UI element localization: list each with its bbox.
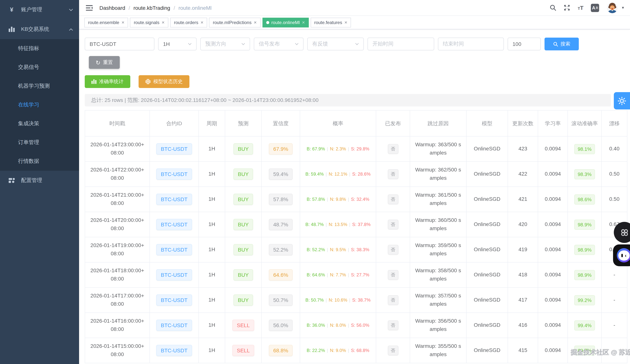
avatar[interactable]	[607, 2, 618, 13]
probability-pb: B: 67.9%	[307, 146, 325, 152]
sidebar-item-交易信号[interactable]: 交易信号	[0, 58, 79, 77]
tab-route.features[interactable]: route.features×	[310, 17, 351, 27]
sidebar-item-行情数据[interactable]: 行情数据	[0, 152, 79, 171]
timestamp-text: 2026-01-14T17:00:00+ 08:00	[89, 292, 146, 308]
cell-learning-rate: 0.0094	[538, 237, 568, 262]
cell-model: OnlineSGD	[466, 136, 508, 162]
close-icon[interactable]: ×	[344, 20, 347, 25]
cell-probabilities: B: 64.6%|N: 7.7%|S: 27.7%	[300, 262, 376, 287]
chevron-down-icon	[353, 43, 359, 45]
skip-reason-text: Warmup: 358/500 samples	[415, 267, 462, 283]
tab-route.ensemble[interactable]: route.ensemble×	[84, 17, 128, 27]
probability-pb: B: 52.2%	[307, 247, 325, 252]
cell-updates: 415	[508, 338, 538, 363]
cell-contract: BTC-USDT	[150, 136, 199, 162]
cell-timestamp: 2026-01-14T16:00:00+ 08:00	[85, 313, 150, 338]
probability-pb: B: 50.7%	[306, 297, 324, 303]
grid-icon	[8, 178, 16, 183]
text-size-icon[interactable]: TT	[578, 4, 584, 11]
breadcrumb-item-current: route.onlineMl	[178, 5, 212, 11]
close-icon[interactable]: ×	[162, 20, 164, 25]
timestamp-text: 2026-01-14T22:00:00+ 08:00	[89, 166, 146, 182]
sidebar-item-机器学习预测[interactable]: 机器学习预测	[0, 77, 79, 96]
cell-confidence: 57.8%	[262, 187, 300, 212]
cell-skip-reason: Warmup: 361/500 samples	[410, 187, 466, 212]
sidebar-group-1[interactable]: KB交易系统	[0, 19, 79, 39]
sidebar-group-2[interactable]: 配置管理	[0, 171, 79, 190]
cell-updates: 416	[508, 313, 538, 338]
symbol-input[interactable]: BTC-USDT	[85, 38, 154, 50]
settings-gear-button[interactable]	[614, 92, 630, 109]
sidebar-item-集成决策[interactable]: 集成决策	[0, 114, 79, 133]
cell-period: 1H	[199, 237, 225, 262]
rolling-accuracy-badge: 98.9%	[574, 219, 595, 230]
filter-row: BTC-USDT 1H 预测方向 信号发布 有反馈 开始时间 结束时间 100 …	[85, 38, 630, 50]
accuracy-stats-button[interactable]: 准确率统计	[85, 75, 130, 88]
tab-route.orders[interactable]: route.orders×	[170, 17, 207, 27]
period-select[interactable]: 1H	[158, 38, 196, 50]
cell-timestamp: 2026-01-14T23:00:00+ 08:00	[85, 136, 150, 162]
tab-route.onlineMl[interactable]: route.onlineMl×	[262, 17, 308, 27]
signal-select[interactable]: 信号发布	[254, 38, 304, 50]
close-icon[interactable]: ×	[254, 20, 257, 25]
cell-updates: 422	[508, 162, 538, 187]
cell-published: 否	[376, 313, 410, 338]
tab-route.signals[interactable]: route.signals×	[130, 17, 168, 27]
skip-reason-text: Warmup: 359/500 samples	[415, 242, 462, 258]
cell-model: OnlineSGD	[466, 287, 508, 313]
navbar-right: TT A文 ▾	[550, 2, 624, 13]
probability-pb: B: 22.2%	[307, 348, 325, 353]
close-icon[interactable]: ×	[122, 20, 124, 25]
confidence-badge: 68.8%	[269, 345, 292, 356]
hamburger-icon[interactable]	[84, 3, 94, 12]
search-icon[interactable]	[550, 4, 556, 11]
cell-skip-reason: Warmup: 355/500 samples	[410, 338, 466, 363]
limit-input[interactable]: 100	[508, 38, 541, 50]
contract-badge: BTC-USDT	[156, 143, 192, 155]
summary-bar: 总计: 25 rows | 范围: 2026-01-14T02:00:02.11…	[85, 94, 611, 106]
cell-model: OnlineSGD	[466, 187, 508, 212]
feedback-select[interactable]: 有反馈	[307, 38, 364, 50]
dropdown-caret-icon[interactable]: ▾	[622, 5, 624, 10]
cell-period: 1H	[199, 136, 225, 162]
close-icon[interactable]: ×	[302, 20, 305, 25]
cell-model: OnlineSGD	[466, 162, 508, 187]
published-badge: 否	[388, 220, 398, 229]
ai-assistant-button[interactable]: ‹	[613, 244, 630, 266]
probability-pn: N: 9.8%	[330, 197, 346, 202]
active-tab-dot	[266, 21, 269, 24]
cell-drift: 0.40	[602, 136, 627, 162]
direction-select[interactable]: 预测方向	[200, 38, 250, 50]
sidebar-item-在线学习[interactable]: 在线学习	[0, 96, 79, 114]
search-button[interactable]: 搜索	[544, 38, 579, 50]
close-icon[interactable]: ×	[200, 20, 203, 25]
chevron-down-icon	[69, 8, 73, 11]
confidence-badge: 64.6%	[269, 269, 292, 281]
probability-separator: |	[326, 222, 327, 227]
probability-separator: |	[327, 146, 328, 152]
reset-button[interactable]: ↻ 重置	[89, 56, 120, 69]
gear-icon	[618, 96, 626, 105]
breadcrumb-item[interactable]: route.kbTrading	[134, 5, 170, 11]
sidebar-group-0[interactable]: ¥账户管理	[0, 0, 79, 19]
tab-route.mlPredictions[interactable]: route.mlPredictions×	[209, 17, 260, 27]
start-time-input[interactable]: 开始时间	[368, 38, 434, 50]
cell-model: OnlineSGD	[466, 237, 508, 262]
model-history-button[interactable]: 模型状态历史	[138, 75, 190, 88]
cell-published: 否	[376, 262, 410, 287]
cell-confidence: 50.7%	[262, 287, 300, 313]
probability-breakdown: B: 48.7%|N: 13.5%|S: 37.8%	[306, 222, 370, 227]
breadcrumb-item[interactable]: Dashboard	[100, 5, 125, 11]
sidebar: ¥账户管理KB交易系统特征指标交易信号机器学习预测在线学习集成决策订单管理行情数…	[0, 0, 79, 364]
cell-probabilities: B: 67.9%|N: 2.3%|S: 29.8%	[300, 136, 376, 162]
cell-period: 1H	[199, 187, 225, 212]
sidebar-item-订单管理[interactable]: 订单管理	[0, 133, 79, 152]
column-header-置信度: 置信度	[262, 110, 300, 136]
cell-skip-reason: Warmup: 359/500 samples	[410, 237, 466, 262]
sidebar-item-特征指标[interactable]: 特征指标	[0, 39, 79, 58]
end-time-input[interactable]: 结束时间	[438, 38, 504, 50]
skip-reason-text: Warmup: 355/500 samples	[415, 342, 462, 359]
fullscreen-icon[interactable]	[564, 4, 570, 11]
cell-probabilities: B: 59.4%|N: 12.1%|S: 28.6%	[300, 162, 376, 187]
translate-icon[interactable]: A文	[591, 3, 599, 12]
